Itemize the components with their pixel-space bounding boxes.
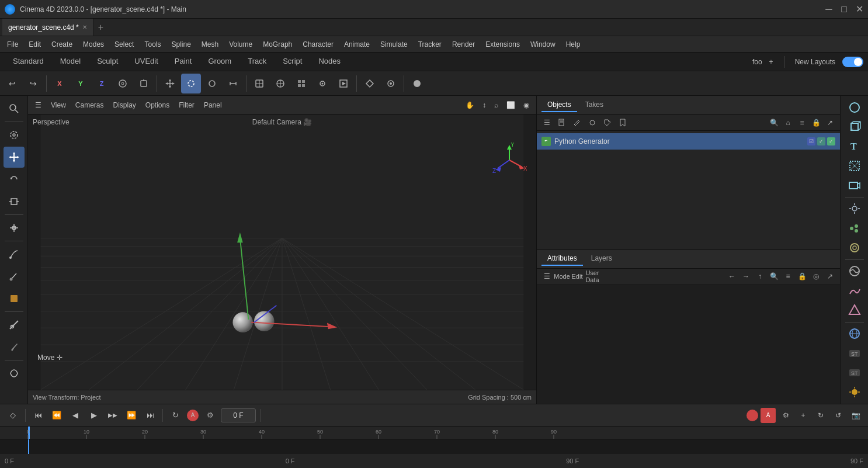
at-target-icon[interactable]: ◎ (810, 270, 822, 283)
rotate-coord-icon[interactable] (134, 74, 154, 93)
move-object-icon[interactable] (4, 147, 25, 168)
next-frame-btn[interactable]: ▶▶ (105, 407, 121, 424)
menu-tools[interactable]: Tools (140, 39, 165, 50)
snap-enable-icon[interactable] (360, 74, 380, 93)
rs-cube-icon[interactable] (844, 117, 865, 136)
timeline-track[interactable] (0, 439, 868, 454)
toolbar-tab-model[interactable]: Model (52, 54, 89, 69)
op-file-icon[interactable] (555, 116, 568, 129)
rs-mograph-icon[interactable] (844, 219, 865, 237)
at-mode-label[interactable]: Mode (555, 270, 568, 283)
vt-panel[interactable]: Panel (202, 100, 224, 110)
grid-icon[interactable] (291, 74, 311, 93)
at-userdata-label[interactable]: User Data (586, 270, 599, 283)
rs-null-icon[interactable] (844, 157, 865, 175)
menu-window[interactable]: Window (526, 39, 560, 50)
timeline-cycle-icon[interactable]: ↻ (813, 408, 828, 423)
op-search-icon[interactable]: 🔍 (768, 116, 780, 129)
menu-file[interactable]: File (2, 39, 23, 50)
op-bookmarks-icon[interactable] (616, 116, 629, 129)
tab-add-button[interactable]: + (93, 19, 108, 36)
menu-render[interactable]: Render (447, 39, 480, 50)
vt-pan-icon[interactable]: ✋ (463, 100, 477, 110)
rs-sketch-icon[interactable] (844, 301, 865, 319)
rs-sphere-icon[interactable] (844, 98, 865, 116)
prev-frame-btn[interactable]: ◀ (67, 407, 84, 424)
display-mode-icon[interactable] (407, 74, 427, 93)
record-btn[interactable]: ⚙ (202, 407, 218, 424)
new-layouts-toggle[interactable] (842, 57, 863, 67)
material-icon[interactable] (4, 288, 25, 309)
close-button[interactable]: ✕ (855, 5, 863, 13)
tag-visibility[interactable]: ✓ (827, 137, 835, 145)
maximize-button[interactable]: □ (840, 5, 848, 13)
vt-zoom-icon[interactable]: ⌕ (492, 100, 501, 110)
undo-icon[interactable]: ↩ (2, 74, 22, 93)
move-tool-icon[interactable] (160, 74, 180, 93)
rs-deformer-icon[interactable] (844, 238, 865, 256)
next-key-btn[interactable]: ⏩ (123, 407, 140, 424)
record-badge-icon[interactable]: A (761, 408, 776, 423)
objects-tab[interactable]: Objects (541, 98, 577, 112)
knife-icon[interactable] (4, 337, 25, 358)
vt-cameras[interactable]: Cameras (73, 100, 106, 110)
rs-globe-icon[interactable] (844, 325, 865, 343)
rs-tag-icon[interactable]: ST (844, 344, 865, 362)
at-list-icon[interactable]: ≡ (782, 270, 794, 283)
op-object-icon[interactable] (586, 116, 599, 129)
smooth-icon[interactable] (4, 363, 25, 384)
menu-edit[interactable]: Edit (24, 39, 46, 50)
tab-close-icon[interactable]: ✕ (82, 24, 87, 30)
viewport-canvas[interactable]: Y X Z Perspective Default Camera 🎥 Move … (28, 115, 536, 390)
paint-brush-icon[interactable] (4, 266, 25, 287)
toolbar-tab-standard[interactable]: Standard (5, 54, 52, 69)
play-btn[interactable]: ▶ (86, 407, 102, 424)
at-up-icon[interactable]: ↑ (754, 270, 766, 283)
coordinate-icon[interactable] (270, 74, 290, 93)
menu-modes[interactable]: Modes (78, 39, 109, 50)
menu-help[interactable]: Help (561, 39, 585, 50)
menu-select[interactable]: Select (110, 39, 138, 50)
keyframe-icon[interactable]: ◇ (5, 407, 21, 424)
redo-icon[interactable]: ↪ (23, 74, 43, 93)
new-layouts-label[interactable]: New Layouts (795, 58, 835, 66)
render-region-icon[interactable] (334, 74, 353, 93)
op-menu-icon[interactable]: ☰ (540, 116, 553, 129)
at-export-icon[interactable]: ↗ (824, 270, 836, 283)
vt-frame-icon[interactable]: ⬜ (504, 100, 518, 110)
x-axis-icon[interactable]: X (50, 74, 70, 93)
vt-orbit-icon[interactable]: ↕ (480, 100, 488, 110)
menu-spline[interactable]: Spline (166, 39, 195, 50)
toolbar-tab-track[interactable]: Track (239, 54, 275, 69)
menu-tracker[interactable]: Tracker (414, 39, 446, 50)
tag-checkbox[interactable]: ☑ (807, 137, 815, 145)
sculpt-brush-icon[interactable] (4, 244, 25, 265)
menu-mograph[interactable]: MoGraph (258, 39, 297, 50)
transform-icon[interactable] (249, 74, 269, 93)
vt-view[interactable]: View (48, 100, 68, 110)
toolbar-tab-sculpt[interactable]: Sculpt (89, 54, 126, 69)
timeline-settings-icon[interactable]: ⚙ (778, 408, 793, 423)
viewport[interactable]: ☰ View Cameras Display Options Filter Pa… (28, 96, 536, 404)
multi-transform-icon[interactable] (4, 217, 25, 238)
edge-cut-icon[interactable] (4, 314, 25, 335)
rs-light-icon[interactable] (844, 200, 865, 218)
menu-animate[interactable]: Animate (339, 39, 374, 50)
menu-extensions[interactable]: Extensions (481, 39, 525, 50)
vt-options[interactable]: Options (143, 100, 172, 110)
vt-render-icon[interactable]: ◉ (521, 100, 532, 110)
tag-check[interactable]: ✓ (817, 137, 825, 145)
vt-hamburger[interactable]: ☰ (33, 100, 44, 110)
autokey-btn[interactable]: A (187, 410, 199, 421)
record-icon-1[interactable] (747, 410, 758, 421)
minimize-button[interactable]: ─ (825, 5, 833, 13)
menu-character[interactable]: Character (298, 39, 338, 50)
op-edit-icon[interactable] (571, 116, 584, 129)
at-search-icon[interactable]: 🔍 (768, 270, 780, 283)
at-forward-icon[interactable]: → (739, 270, 752, 283)
scale-tool-icon[interactable] (223, 74, 243, 93)
rs-spline-gen-icon[interactable] (844, 282, 865, 300)
select-tool-icon[interactable] (181, 74, 201, 93)
menu-mesh[interactable]: Mesh (197, 39, 223, 50)
at-edit-label[interactable]: Edit (571, 270, 584, 283)
